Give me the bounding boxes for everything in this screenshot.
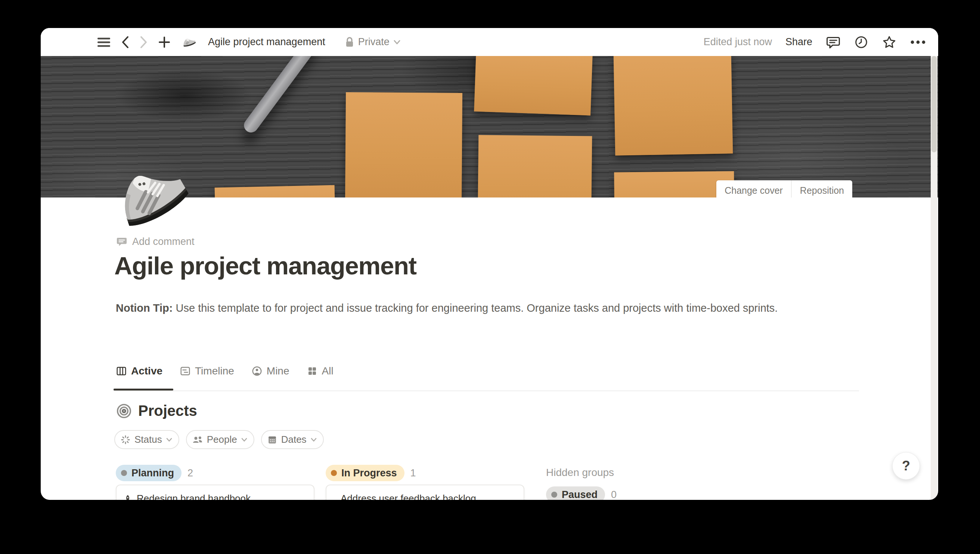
page-body: Add comment Agile project management Not…: [41, 28, 938, 500]
history-button[interactable]: [854, 35, 868, 49]
project-card[interactable]: Address user feedback backlog: [326, 485, 524, 500]
more-options-button[interactable]: [910, 40, 926, 45]
privacy-label: Private: [358, 36, 390, 48]
star-icon: [882, 35, 897, 49]
planning-group-pill[interactable]: Planning: [116, 465, 182, 481]
filter-chip-status[interactable]: Status: [114, 430, 179, 449]
group-label: In Progress: [341, 467, 397, 479]
person-circle-icon: [251, 366, 263, 377]
chevron-left-icon: [121, 35, 130, 49]
tab-all[interactable]: All: [307, 365, 333, 377]
filter-chip-people[interactable]: People: [186, 430, 254, 449]
status-dot: [551, 492, 557, 498]
paused-group-pill[interactable]: Paused: [546, 486, 605, 500]
card-title: Redesign brand handbook: [137, 493, 250, 500]
tab-label: Mine: [267, 365, 290, 377]
in-progress-group-pill[interactable]: In Progress: [326, 465, 405, 481]
filter-chip-dates[interactable]: Dates: [261, 430, 324, 449]
hidden-groups-label[interactable]: Hidden groups: [546, 466, 614, 479]
chevron-down-icon: [166, 438, 172, 442]
section-title[interactable]: Projects: [138, 403, 197, 419]
tab-timeline[interactable]: Timeline: [180, 365, 234, 377]
comments-button[interactable]: [826, 35, 841, 49]
status-dot: [331, 470, 337, 476]
filter-chip-label: Status: [134, 434, 162, 445]
filter-bar: Status People: [114, 430, 324, 449]
hamburger-icon: [97, 37, 111, 48]
page-icon-small: [181, 36, 196, 49]
group-count: 2: [188, 467, 193, 479]
timeline-view-icon: [180, 366, 191, 377]
bullseye-target-icon: [116, 403, 132, 419]
ellipsis-icon: [910, 40, 926, 45]
favorite-button[interactable]: [882, 35, 897, 49]
edited-status: Edited just now: [704, 36, 772, 48]
page-title[interactable]: Agile project management: [114, 251, 416, 280]
notion-tip-text: Use this template to for project and iss…: [172, 302, 778, 314]
chevron-right-icon: [139, 35, 148, 49]
group-count: 0: [611, 489, 617, 500]
comment-bubble-icon: [116, 236, 128, 247]
tabs-divider: [113, 390, 859, 391]
clock-icon: [854, 35, 868, 49]
sidebar-menu-button[interactable]: [97, 37, 111, 48]
chevron-down-icon: [241, 438, 248, 442]
page-icon-sneaker[interactable]: [110, 162, 189, 233]
window-page-title: Agile project management: [208, 36, 325, 48]
share-button[interactable]: Share: [786, 36, 812, 48]
plus-icon: [158, 36, 171, 49]
group-header-planning: Planning 2: [116, 465, 193, 481]
lock-icon: [345, 37, 354, 48]
vertical-scrollbar[interactable]: [931, 56, 937, 500]
chevron-down-icon: [393, 40, 401, 45]
top-bar: Agile project management Private Edited …: [41, 28, 938, 56]
tab-active[interactable]: Active: [116, 365, 163, 377]
status-spinner-icon: [120, 435, 131, 445]
status-dot: [121, 470, 127, 476]
two-people-icon: [192, 435, 203, 445]
group-label: Planning: [131, 467, 174, 479]
grid-view-icon: [307, 366, 318, 377]
notion-tip-bold: Notion Tip:: [116, 302, 172, 314]
tab-label: Active: [131, 365, 163, 377]
card-title: Address user feedback backlog: [341, 493, 476, 500]
board-view-icon: [116, 366, 127, 377]
notion-tip-paragraph[interactable]: Notion Tip: Use this template to for pro…: [116, 299, 838, 317]
chevron-down-icon: [310, 438, 317, 442]
calendar-icon: [267, 435, 277, 445]
projects-section-header: Projects: [116, 403, 197, 419]
tab-label: Timeline: [195, 365, 234, 377]
forward-button[interactable]: [139, 35, 148, 49]
card-icon: [123, 494, 132, 500]
group-count: 1: [410, 467, 416, 479]
filter-chip-label: Dates: [281, 434, 307, 445]
new-page-button[interactable]: [158, 36, 171, 49]
privacy-menu[interactable]: Private: [345, 36, 401, 48]
view-tabs: Active Timeline Mine: [116, 365, 333, 377]
group-header-in-progress: In Progress 1: [326, 465, 416, 481]
back-button[interactable]: [121, 35, 130, 49]
scrollbar-thumb[interactable]: [931, 56, 937, 152]
filter-chip-label: People: [207, 434, 237, 445]
comment-bubble-icon: [826, 35, 841, 49]
screenshot-stage: Agile project management Private Edited …: [0, 0, 980, 554]
tab-mine[interactable]: Mine: [251, 365, 290, 377]
group-label: Paused: [562, 489, 598, 500]
tab-label: All: [322, 365, 333, 377]
help-button[interactable]: ?: [892, 452, 920, 480]
project-card[interactable]: Redesign brand handbook: [116, 485, 314, 500]
notion-window: Agile project management Private Edited …: [41, 28, 938, 500]
group-header-paused: Paused 0: [546, 486, 617, 500]
